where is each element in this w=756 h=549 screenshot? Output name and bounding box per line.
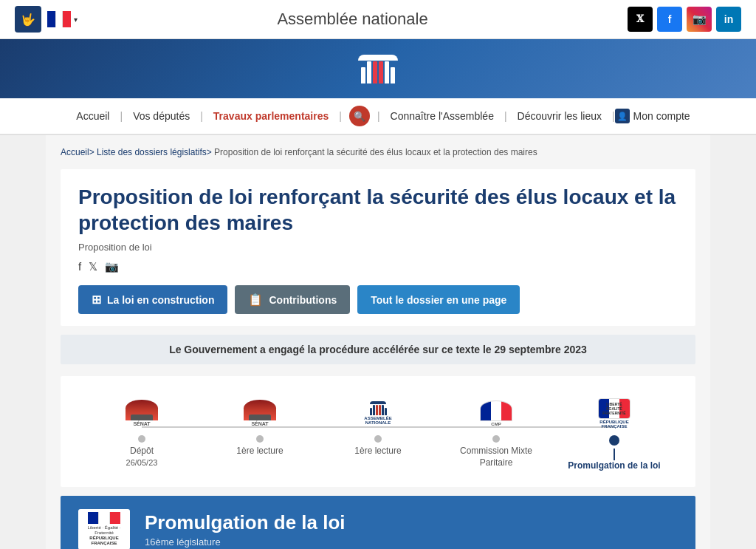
breadcrumb-liste[interactable]: Liste des dossiers législatifs	[97, 147, 207, 157]
timeline-label-3: 1ère lecture	[354, 446, 401, 457]
an-logo-small: ASSEMBLÉENATIONALE	[364, 401, 391, 425]
share-facebook[interactable]: f	[78, 260, 81, 273]
an-logo	[358, 55, 398, 83]
logo-columns	[361, 61, 395, 83]
rf-red	[110, 512, 120, 524]
timeline: SÉNAT Dépôt26/05/23 SÉNAT 1ère	[83, 398, 673, 472]
logo-col-6	[391, 67, 395, 83]
logo-col-1	[361, 67, 365, 83]
logo-arch	[358, 55, 398, 61]
page-subtitle: Proposition de loi	[78, 242, 678, 253]
rf-flag-stripe	[88, 512, 120, 524]
top-bar-left: 🤟 ▾	[15, 6, 78, 33]
timeline-logo-3: ASSEMBLÉENATIONALE	[360, 398, 396, 428]
promulgation-section: Liberté · Égalité · FraternitéRÉPUBLIQUE…	[61, 496, 695, 549]
timeline-dot-4	[492, 435, 500, 443]
nav-accueil[interactable]: Accueil	[66, 110, 120, 122]
timeline-label-4: Commission MixteParitaire	[460, 446, 532, 468]
share-icons: f 𝕏 📷	[78, 260, 678, 273]
rf-text: Liberté · Égalité · FraternitéRÉPUBLIQUE…	[81, 525, 127, 547]
breadcrumb-current: Proposition de loi renforçant la sécurit…	[214, 147, 537, 157]
nav-vos-deputes[interactable]: Vos députés	[123, 110, 200, 122]
social-linkedin-link[interactable]: in	[716, 7, 741, 32]
an-cols-small	[370, 405, 387, 415]
timeline-item-2: SÉNAT 1ère lecture	[201, 398, 319, 457]
timeline-logo-2: SÉNAT	[241, 398, 278, 428]
timeline-dot-2	[256, 435, 264, 443]
accessibility-icon[interactable]: 🤟	[15, 6, 41, 33]
main-content: Accueil> Liste des dossiers législatifs>…	[46, 135, 710, 549]
timeline-dot-1	[138, 435, 145, 443]
promulgation-subtitle: 16ème législature	[145, 536, 346, 548]
btn-contributions[interactable]: 📋 Contributions	[235, 285, 350, 314]
share-instagram[interactable]: 📷	[105, 260, 119, 273]
nav-bar: Accueil | Vos députés | Travaux parlemen…	[0, 98, 756, 135]
top-bar: 🤟 ▾ Assemblée nationale 𝕏 f 📷 in	[0, 0, 756, 39]
timeline-active-line	[614, 449, 615, 460]
timeline-item-3: ASSEMBLÉENATIONALE 1ère lecture	[319, 398, 437, 457]
share-x[interactable]: 𝕏	[89, 260, 97, 273]
nav-connaitre[interactable]: Connaître l'Assemblée	[380, 110, 504, 122]
timeline-logo-5: LIBERTÉÉGALITÉFRATERNITÉ RÉPUBLIQUEFRANÇ…	[596, 398, 633, 428]
social-x-link[interactable]: 𝕏	[628, 7, 653, 32]
nav-account[interactable]: 👤 Mon compte	[615, 109, 690, 123]
contributions-icon: 📋	[248, 293, 263, 307]
search-icon: 🔍	[354, 111, 365, 122]
account-icon: 👤	[615, 109, 630, 123]
timeline-item-1: SÉNAT Dépôt26/05/23	[83, 398, 201, 468]
an-arch-small	[370, 401, 386, 404]
action-buttons: ⊞ La loi en construction 📋 Contributions…	[78, 285, 678, 314]
social-facebook-link[interactable]: f	[657, 7, 682, 32]
nav-account-label: Mon compte	[633, 110, 690, 122]
promulgation-logo: Liberté · Égalité · FraternitéRÉPUBLIQUE…	[78, 509, 130, 549]
nav-travaux[interactable]: Travaux parlementaires	[203, 110, 339, 122]
timeline-dot-3	[374, 435, 382, 443]
social-instagram-link[interactable]: 📷	[687, 7, 712, 32]
rf-blue	[88, 512, 98, 524]
flag-selector[interactable]: ▾	[47, 11, 78, 27]
social-icons: 𝕏 f 📷 in	[628, 7, 741, 32]
hero-banner	[0, 39, 756, 98]
timeline-item-5: LIBERTÉÉGALITÉFRATERNITÉ RÉPUBLIQUEFRANÇ…	[555, 398, 673, 472]
procedure-banner: Le Gouvernement a engagé la procédure ac…	[61, 335, 695, 364]
nav-sep-3: |	[339, 110, 342, 122]
btn-construction[interactable]: ⊞ La loi en construction	[78, 285, 227, 314]
construction-icon: ⊞	[92, 293, 101, 307]
timeline-logo-1: SÉNAT	[123, 398, 160, 428]
timeline-section: SÉNAT Dépôt26/05/23 SÉNAT 1ère	[61, 376, 695, 487]
rf-white	[98, 512, 110, 524]
timeline-label-5: Promulgation de la loi	[568, 460, 660, 472]
btn-dossier[interactable]: Tout le dossier en une page	[357, 285, 520, 314]
french-flag	[47, 11, 71, 27]
timeline-logo-4: CMP	[478, 398, 515, 428]
nav-search-button[interactable]: 🔍	[349, 106, 370, 126]
logo-col-5	[385, 61, 389, 83]
timeline-label-1: Dépôt26/05/23	[126, 446, 158, 468]
site-title: Assemblée nationale	[78, 10, 628, 29]
page-title-section: Proposition de loi renforçant la sécurit…	[61, 169, 695, 326]
timeline-label-2: 1ère lecture	[236, 446, 283, 457]
timeline-dot-5	[609, 435, 619, 446]
nav-decouvrir[interactable]: Découvrir les lieux	[507, 110, 612, 122]
logo-col-4	[379, 61, 383, 83]
page-title: Proposition de loi renforçant la sécurit…	[78, 184, 678, 236]
promulgation-text: Promulgation de la loi 16ème législature	[145, 511, 346, 548]
timeline-item-4: CMP Commission MixteParitaire	[437, 398, 555, 468]
logo-col-2	[367, 61, 371, 83]
breadcrumb-accueil[interactable]: Accueil	[61, 147, 89, 157]
promulgation-title: Promulgation de la loi	[145, 511, 346, 534]
breadcrumb: Accueil> Liste des dossiers législatifs>…	[61, 147, 695, 157]
logo-col-3	[373, 61, 377, 83]
